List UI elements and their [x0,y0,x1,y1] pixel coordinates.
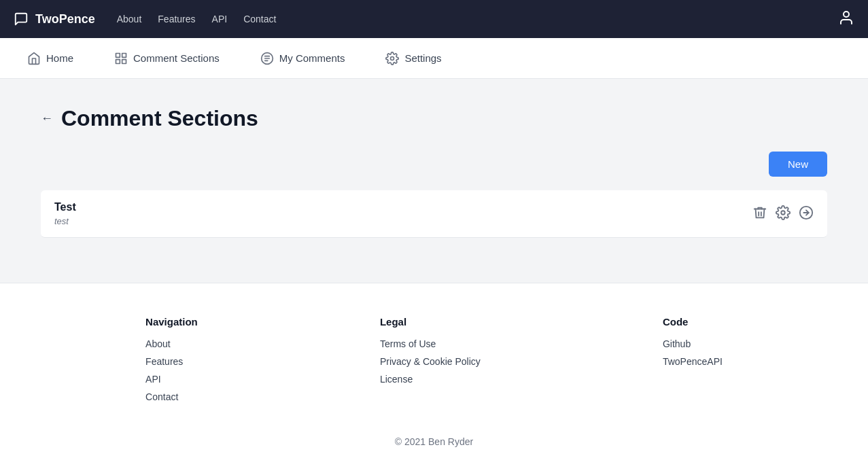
subnav-home[interactable]: Home [27,49,73,68]
footer-legal-license[interactable]: License [380,374,481,385]
subnav-settings[interactable]: Settings [385,49,441,68]
page-header: ← Comment Sections [41,106,827,131]
svg-rect-2 [122,53,126,57]
subnav-home-label: Home [46,52,73,64]
top-navbar-left: TwoPence About Features API Contact [14,12,276,27]
subnav-settings-label: Settings [404,52,441,64]
section-item: Test test [41,190,827,238]
footer-legal-privacy[interactable]: Privacy & Cookie Policy [380,356,481,367]
home-icon [27,52,41,65]
svg-rect-4 [122,59,126,63]
section-item-info: Test test [54,201,76,226]
subnav-my-comments-label: My Comments [279,52,345,64]
user-icon[interactable] [838,10,854,29]
new-button[interactable]: New [769,152,827,177]
section-item-actions [752,205,814,223]
footer-nav-api[interactable]: API [145,374,198,385]
main-content: ← Comment Sections New Test test [0,79,868,283]
footer-copyright: © 2021 Ben Ryder [54,436,814,447]
footer-nav-about[interactable]: About [145,338,198,349]
section-item-sub: test [54,216,76,226]
svg-rect-3 [116,59,120,63]
footer-nav-features[interactable]: Features [145,356,198,367]
footer-code-twopenceapi[interactable]: TwoPenceAPI [663,356,723,367]
footer-col-legal: Legal Terms of Use Privacy & Cookie Poli… [380,316,481,409]
svg-rect-1 [116,53,120,57]
footer-code-title: Code [663,316,723,328]
svg-point-7 [781,211,785,215]
brand-logo[interactable]: TwoPence [14,12,95,27]
nav-link-features[interactable]: Features [158,14,195,24]
nav-link-contact[interactable]: Contact [243,14,276,24]
top-nav-links: About Features API Contact [117,14,277,24]
settings-icon [385,52,399,65]
subnav-comment-sections-label: Comment Sections [133,52,220,64]
svg-point-0 [844,12,849,17]
footer-col-code: Code Github TwoPenceAPI [663,316,723,409]
goto-icon[interactable] [799,205,814,223]
svg-point-6 [391,56,394,60]
footer: Navigation About Features API Contact Le… [0,283,868,458]
footer-legal-terms[interactable]: Terms of Use [380,338,481,349]
footer-nav-title: Navigation [145,316,198,328]
top-navbar: TwoPence About Features API Contact [0,0,868,38]
brand-name: TwoPence [35,12,95,27]
footer-col-navigation: Navigation About Features API Contact [145,316,198,409]
footer-columns: Navigation About Features API Contact Le… [54,316,814,409]
footer-nav-contact[interactable]: Contact [145,391,198,402]
sub-navbar: Home Comment Sections My Comments Settin… [0,38,868,79]
footer-legal-title: Legal [380,316,481,328]
footer-code-github[interactable]: Github [663,338,723,349]
subnav-my-comments[interactable]: My Comments [260,49,345,68]
brand-icon [14,12,29,27]
settings-item-icon[interactable] [776,205,791,223]
nav-link-api[interactable]: API [212,14,228,24]
new-button-row: New [41,152,827,177]
comments-icon [260,52,274,65]
nav-link-about[interactable]: About [117,14,142,24]
section-item-name: Test [54,201,76,213]
back-arrow-button[interactable]: ← [41,111,53,126]
subnav-comment-sections[interactable]: Comment Sections [114,49,220,68]
page-title: Comment Sections [61,106,258,131]
delete-icon[interactable] [752,205,767,223]
sections-icon [114,52,128,65]
